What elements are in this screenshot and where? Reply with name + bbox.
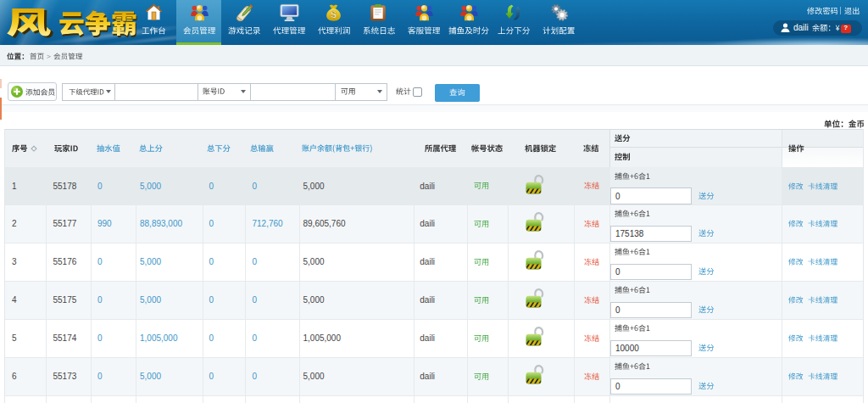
svg-text:$: $ [331, 8, 337, 20]
